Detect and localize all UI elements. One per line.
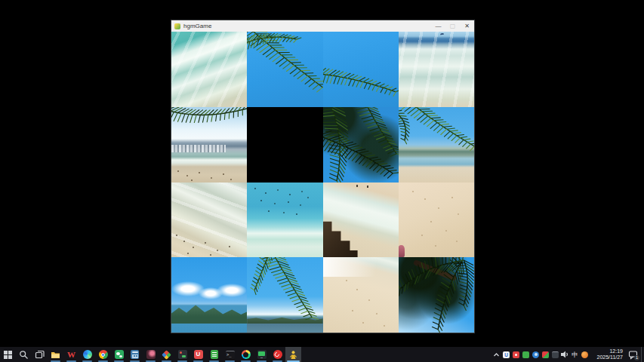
tray-tray-orange[interactable] [580,347,590,362]
ide-icon [242,350,251,359]
palm-frond-art [399,107,474,183]
puzzle-tile-r1-c2[interactable] [323,107,399,183]
taskbar-app-app-diamond[interactable] [159,347,174,362]
puzzle-grid [171,32,474,333]
volume-icon [561,351,570,358]
chevron-up-icon [493,351,500,358]
tray-duo-icon [542,351,549,358]
palm-frond-art [247,32,322,107]
system-tray: U中 [491,347,590,362]
close-button[interactable]: ✕ [460,20,474,32]
task-view-button[interactable] [32,347,48,362]
tile-decoration [399,245,405,257]
app-maroon-icon [146,350,156,359]
tray-volume[interactable] [560,347,570,362]
puzzle-tile-r0-c2[interactable] [323,32,399,107]
palm-frond-art [171,107,247,183]
palm-frond-art [399,257,474,333]
puzzle-tile-r3-c2[interactable] [323,257,399,333]
show-desktop-button[interactable] [641,347,644,362]
taskbar-app-screen-recorder[interactable] [254,347,270,362]
terminal-icon: >_ [226,351,235,359]
wechat-icon [115,350,124,359]
tray-doc-icon: U [503,351,510,358]
file-explorer-icon [51,350,60,360]
window-titlebar[interactable]: hgmGame — ▢ ✕ [171,20,474,32]
window-title: hgmGame [183,20,211,32]
puzzle-tile-r0-c0[interactable] [171,32,247,107]
tile-decoration [171,145,226,152]
taskbar-app-calculator[interactable] [127,347,143,362]
tile-decoration [247,316,322,324]
snipping-tool-icon [178,350,187,359]
taskbar-app-netease-music[interactable] [270,347,285,362]
window-controls: — ▢ ✕ [431,20,474,32]
app-icon [174,23,180,29]
tile-decoration [254,188,256,189]
wps-office-icon: W [67,350,75,360]
puzzle-tile-r3-c0[interactable] [171,257,247,333]
tray-tray-doc[interactable]: U [501,347,511,362]
game-window: hgmGame — ▢ ✕ [171,20,475,333]
taskbar-clock[interactable]: 12:19 2025/11/27 [594,348,623,361]
tray-red-icon [513,351,519,358]
netease-music-icon [273,350,282,359]
start-button[interactable] [0,347,16,362]
minimize-button[interactable]: — [431,20,445,32]
tray-tray-green[interactable] [521,347,531,362]
taskbar-app-notes-green[interactable] [206,347,222,362]
taskbar-app-music-red[interactable]: U [190,347,206,362]
tile-decoration [177,170,179,172]
chrome-icon [99,350,108,359]
taskbar-left-group: WU>_ [0,347,301,362]
hgm-game-icon [288,350,298,360]
tray-tray-dark[interactable] [550,347,560,362]
maximize-button[interactable]: ▢ [445,20,460,32]
taskbar-app-wps-office[interactable]: W [63,347,79,362]
tile-decoration [413,259,457,281]
puzzle-tile-r1-c0[interactable] [171,107,247,183]
tile-decoration [412,191,414,192]
puzzle-tile-r0-c1[interactable] [247,32,322,107]
taskbar-app-app-maroon[interactable] [143,347,159,362]
puzzle-tile-r1-c3[interactable] [399,107,474,183]
edge-icon [83,350,92,359]
tray-tray-duo[interactable] [541,347,550,362]
tile-decoration [346,280,347,281]
puzzle-tile-r2-c1[interactable] [247,183,322,258]
task-view-icon [35,350,45,360]
puzzle-tile-r3-c1[interactable] [247,257,322,333]
app-diamond-icon [162,350,171,360]
palm-frond-art [247,257,322,333]
tray-tray-red[interactable] [511,347,521,362]
input-method-indicator: 中 [572,347,578,362]
tray-input-zh[interactable]: 中 [570,347,580,362]
tile-decoration [171,301,247,324]
calculator-icon [131,350,139,359]
taskbar-app-edge[interactable] [79,347,95,362]
taskbar-app-terminal[interactable]: >_ [222,347,238,362]
puzzle-tile-r1-c1 [247,107,322,183]
puzzle-tile-r3-c3[interactable] [399,257,474,333]
taskbar: WU>_ U中 12:19 2025/11/27 1 [0,347,644,362]
taskbar-app-ide[interactable] [238,347,254,362]
taskbar-app-file-explorer[interactable] [48,347,63,362]
taskbar-app-chrome[interactable] [95,347,111,362]
taskbar-app-wechat[interactable] [111,347,127,362]
tray-tray-blue[interactable] [531,347,541,362]
tray-orange-icon [581,351,588,358]
search-icon [19,350,29,360]
notification-center-button[interactable]: 1 [626,347,639,362]
taskbar-app-snipping-tool[interactable] [174,347,190,362]
puzzle-tile-r0-c3[interactable] [399,32,474,107]
palm-frond-art [323,107,399,183]
search-button[interactable] [16,347,32,362]
puzzle-tile-r2-c0[interactable] [171,183,247,258]
tray-green-icon [522,351,529,358]
tray-chevron-up[interactable] [491,347,501,362]
puzzle-tile-r2-c2[interactable] [323,183,399,258]
palm-frond-art [323,32,399,107]
taskbar-app-hgm-game[interactable] [285,347,301,362]
tile-decoration [356,185,358,187]
puzzle-tile-r2-c3[interactable] [399,183,474,258]
